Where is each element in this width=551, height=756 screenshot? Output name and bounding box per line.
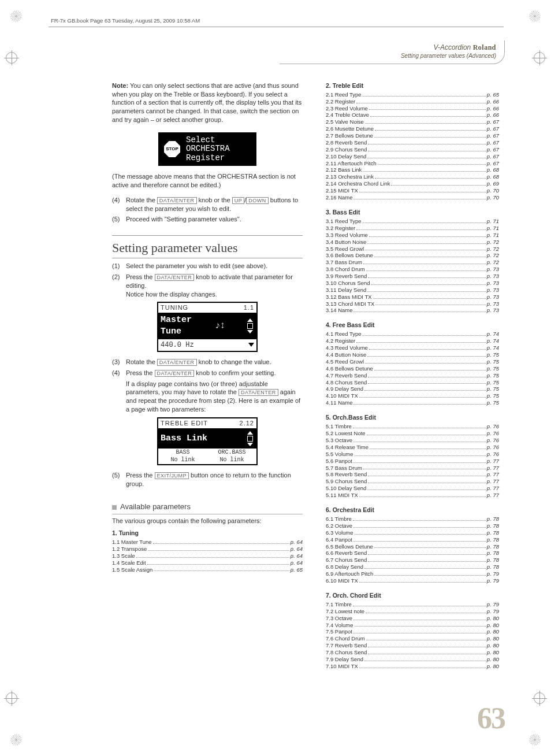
toc-entry-label: 2.10 Delay Send bbox=[326, 153, 366, 160]
toc-entry-page: p. 73 bbox=[487, 301, 499, 307]
toc-entry-page: p. 75 bbox=[487, 351, 499, 358]
registration-mark-icon bbox=[534, 692, 545, 704]
leader-dots bbox=[359, 663, 486, 668]
toc-entry: 3.4 Button Noisep. 72 bbox=[326, 239, 499, 246]
toc-entry: 6.7 Chorus Sendp. 78 bbox=[326, 557, 499, 564]
section-title: Setting parameter values bbox=[112, 235, 303, 258]
leader-dots bbox=[355, 529, 486, 535]
product-line: V-Accordion bbox=[433, 43, 471, 51]
leader-dots bbox=[148, 546, 289, 551]
toc-entry-page: p. 75 bbox=[487, 386, 499, 392]
toc-entry-page: p. 75 bbox=[487, 372, 499, 379]
toc-entry: 2.2 Registerp. 66 bbox=[326, 98, 499, 105]
toc-entry-page: p. 65 bbox=[291, 566, 303, 573]
toc-entry-page: p. 78 bbox=[487, 550, 499, 557]
toc-group-title: 3. Bass Edit bbox=[326, 208, 499, 216]
toc-entry: 4.10 MIDI TXp. 75 bbox=[326, 392, 499, 399]
leader-dots bbox=[136, 553, 289, 558]
toc-entry-page: p. 74 bbox=[487, 344, 499, 351]
toc-entry: 6.8 Delay Sendp. 78 bbox=[326, 564, 499, 570]
toc-entry-page: p. 78 bbox=[487, 543, 499, 550]
toc-entry: 4.9 Delay Sendp. 75 bbox=[326, 386, 499, 392]
toc-entry-label: 5.7 Bass Drum bbox=[326, 465, 362, 472]
step-subtext: Notice how the display changes. bbox=[126, 290, 303, 299]
toc-entry: 2.1 Reed Typep. 65 bbox=[326, 91, 499, 98]
toc-entry: 3.8 Chord Drump. 73 bbox=[326, 266, 499, 273]
leader-dots bbox=[363, 465, 486, 470]
leader-dots bbox=[353, 423, 486, 428]
toc-entry-label: 6.9 Aftertouch Pitch bbox=[326, 570, 373, 577]
toc-group: 1. Tuning1.1 Master Tunep. 641.2 Transpo… bbox=[112, 529, 303, 573]
step-4: (4) Press the DATA/ENTER knob to confirm… bbox=[112, 369, 303, 414]
toc-entry-label: 3.9 Reverb Send bbox=[326, 273, 367, 280]
toc-entry-page: p. 80 bbox=[487, 628, 499, 635]
toc-entry-label: 1.2 Transpose bbox=[112, 546, 147, 553]
toc-entry-label: 3.12 Bass MIDI TX bbox=[326, 294, 372, 301]
leader-dots bbox=[363, 331, 486, 336]
toc-entry-label: 4.11 Name bbox=[326, 399, 352, 406]
toc-entry-label: 3.2 Register bbox=[326, 225, 355, 232]
toc-entry-label: 2.6 Musette Detune bbox=[326, 125, 374, 132]
toc-entry-page: p. 79 bbox=[487, 577, 499, 584]
toc-group: 2. Treble Edit2.1 Reed Typep. 652.2 Regi… bbox=[326, 81, 499, 201]
leader-dots bbox=[356, 225, 486, 230]
left-column: Note: You can only select sections that … bbox=[112, 78, 303, 677]
toc-group: 3. Bass Edit3.1 Reed Typep. 713.2 Regist… bbox=[326, 208, 499, 314]
chapter-header: V-Accordion Roland Setting parameter val… bbox=[49, 40, 505, 66]
toc-entry: 5.2 Lowest Notep. 76 bbox=[326, 430, 499, 437]
leader-dots bbox=[368, 372, 486, 377]
toc-entry: 5.8 Reverb Sendp. 77 bbox=[326, 471, 499, 478]
step-1: (1) Select the parameter you wish to edi… bbox=[112, 262, 303, 270]
leader-dots bbox=[359, 577, 486, 583]
leader-dots bbox=[369, 344, 486, 350]
toc-entry: 2.10 Delay Sendp. 67 bbox=[326, 153, 499, 160]
right-column: 2. Treble Edit2.1 Reed Typep. 652.2 Regi… bbox=[326, 78, 499, 677]
step-number: (5) bbox=[112, 215, 126, 224]
toc-entry: 3.6 Bellows Detunep. 72 bbox=[326, 252, 499, 259]
toc-group-title: 5. Orch.Bass Edit bbox=[326, 413, 499, 421]
step-5: (5) Press the EXIT/JUMP button once to r… bbox=[112, 471, 303, 488]
toc-entry-label: 5.1 Timbre bbox=[326, 423, 352, 430]
toc-entry-label: 3.6 Bellows Detune bbox=[326, 252, 373, 259]
toc-entry-label: 3.11 Delay Send bbox=[326, 287, 366, 294]
toc-entry-page: p. 78 bbox=[487, 529, 499, 536]
leader-dots bbox=[367, 153, 486, 158]
toc-entry-label: 2.11 Aftertouch Pitch bbox=[326, 160, 377, 167]
toc-entry-page: p. 72 bbox=[487, 259, 499, 266]
stop-line-2: ORCHESTRA bbox=[186, 144, 230, 153]
toc-entry-label: 2.15 MIDI TX bbox=[326, 187, 358, 194]
leader-dots bbox=[353, 516, 486, 521]
leader-dots bbox=[368, 471, 486, 476]
leader-dots bbox=[359, 392, 486, 398]
toc-entry-label: 2.1 Reed Type bbox=[326, 91, 362, 98]
keycap-data-enter: DATA/ENTER bbox=[157, 197, 197, 204]
toc-entry-label: 5.11 MIDI TX bbox=[326, 492, 358, 499]
toc-entry: 7.3 Octavep. 80 bbox=[326, 615, 499, 622]
toc-entry-page: p. 76 bbox=[487, 451, 499, 458]
leader-dots bbox=[369, 105, 486, 110]
toc-entry: 3.9 Reverb Sendp. 73 bbox=[326, 273, 499, 280]
leader-dots bbox=[363, 259, 486, 264]
toc-entry-label: 4.3 Reed Volume bbox=[326, 344, 368, 351]
leader-dots bbox=[370, 112, 486, 117]
toc-entry-page: p. 80 bbox=[487, 635, 499, 642]
toc-right: 2. Treble Edit2.1 Reed Typep. 652.2 Regi… bbox=[326, 81, 499, 670]
toc-entry: 2.11 Aftertouch Pitchp. 67 bbox=[326, 160, 499, 167]
toc-entry: 2.12 Bass Linkp. 68 bbox=[326, 166, 499, 173]
toc-entry-label: 6.10 MIDI TX bbox=[326, 577, 358, 584]
toc-entry: 1.4 Scale Editp. 64 bbox=[112, 559, 303, 566]
toc-entry: 2.13 Orchestra Linkp. 68 bbox=[326, 173, 499, 180]
toc-entry-label: 5.8 Reverb Send bbox=[326, 471, 367, 478]
toc-entry: 4.8 Chorus Sendp. 75 bbox=[326, 379, 499, 386]
toc-entry: 4.3 Reed Volumep. 74 bbox=[326, 344, 499, 351]
leader-dots bbox=[368, 273, 486, 278]
leader-dots bbox=[356, 338, 486, 343]
leader-dots bbox=[356, 98, 486, 103]
leader-dots bbox=[365, 358, 486, 364]
toc-entry: 5.7 Bass Drump. 77 bbox=[326, 465, 499, 472]
stop-icon: STOP bbox=[164, 141, 180, 157]
toc-entry: 4.11 Namep. 75 bbox=[326, 399, 499, 406]
leader-dots bbox=[363, 91, 486, 97]
toc-entry: 7.4 Volumep. 80 bbox=[326, 622, 499, 629]
toc-entry-page: p. 71 bbox=[487, 218, 499, 225]
